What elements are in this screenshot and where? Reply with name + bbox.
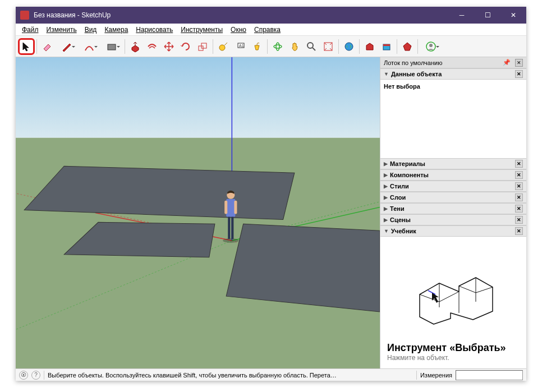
svg-rect-0 (108, 44, 116, 50)
menu-file[interactable]: Файл (18, 25, 43, 35)
instructor-title: Инструмент «Выбрать» (387, 342, 506, 354)
user-account-tool[interactable] (420, 38, 442, 55)
scale-tool[interactable] (194, 38, 211, 55)
panel-shadows[interactable]: ▶Тени✕ (380, 203, 526, 214)
pan-tool[interactable] (286, 38, 303, 55)
instructor-illustration (408, 264, 498, 331)
orbit-tool[interactable] (269, 38, 286, 55)
text-tool[interactable]: A1 (232, 38, 249, 55)
zoom-tool[interactable] (303, 38, 320, 55)
close-button[interactable]: ✕ (500, 7, 526, 24)
geolocation-icon[interactable]: ⦿ (19, 371, 28, 380)
panel-close-button[interactable]: ✕ (515, 70, 523, 78)
svg-point-8 (307, 43, 313, 48)
panel-components[interactable]: ▶Компоненты✕ (380, 169, 526, 181)
svg-rect-30 (226, 199, 235, 217)
menu-edit[interactable]: Изменить (43, 25, 81, 35)
viewport-3d[interactable] (16, 57, 380, 368)
measurements-input[interactable] (456, 370, 523, 380)
svg-marker-34 (420, 278, 493, 324)
panel-close-button[interactable]: ✕ (515, 193, 523, 201)
toolbar: A1 (16, 36, 526, 57)
app-icon (20, 11, 29, 20)
panel-close-button[interactable]: ✕ (515, 182, 523, 190)
svg-text:A1: A1 (239, 44, 244, 48)
pencil-tool[interactable] (56, 38, 78, 55)
svg-point-3 (219, 45, 225, 50)
ruby-console-tool[interactable] (399, 38, 416, 55)
panel-close-button[interactable]: ✕ (515, 216, 523, 224)
svg-rect-15 (16, 57, 380, 138)
tray-title: Лоток по умолчанию (384, 59, 442, 66)
arc-tool[interactable] (78, 38, 100, 55)
svg-rect-31 (224, 201, 227, 214)
status-message: Выберите объекты. Воспользуйтесь клавише… (48, 372, 413, 379)
menu-tools[interactable]: Инструменты (177, 25, 227, 35)
select-tool[interactable] (18, 38, 35, 55)
menu-help[interactable]: Справка (250, 25, 284, 35)
tray-header: Лоток по умолчанию 📌 ✕ (380, 57, 526, 68)
menu-view[interactable]: Вид (81, 25, 101, 35)
svg-marker-24 (24, 166, 295, 219)
svg-rect-29 (231, 215, 233, 239)
warehouse-tool[interactable] (361, 38, 378, 55)
panel-styles[interactable]: ▶Стили✕ (380, 181, 526, 192)
menu-window[interactable]: Окно (227, 25, 250, 35)
credits-icon[interactable]: ? (31, 371, 40, 380)
offset-tool[interactable] (144, 38, 160, 55)
svg-rect-28 (228, 215, 230, 239)
svg-point-6 (274, 45, 282, 48)
statusbar: ⦿ ? Выберите объекты. Воспользуйтесь кла… (16, 368, 526, 381)
svg-rect-12 (383, 44, 390, 46)
tray-close-button[interactable]: ✕ (515, 59, 523, 67)
tape-measure-tool[interactable] (215, 38, 232, 55)
default-tray: Лоток по умолчанию 📌 ✕ ▼Данные объекта✕ … (380, 57, 526, 368)
svg-marker-26 (226, 224, 380, 312)
svg-rect-32 (234, 201, 237, 214)
eraser-tool[interactable] (39, 38, 56, 55)
svg-point-14 (429, 44, 433, 47)
panel-instructor[interactable]: ▼Учебник✕ (380, 225, 526, 237)
instructor-body: Инструмент «Выбрать» Нажмите на объект. (380, 237, 526, 368)
svg-point-7 (276, 43, 279, 50)
panel-scenes[interactable]: ▶Сцены✕ (380, 214, 526, 225)
entity-info-body: Нет выбора (380, 80, 526, 158)
svg-point-27 (223, 238, 238, 243)
panel-close-button[interactable]: ✕ (515, 160, 523, 168)
extension-warehouse-tool[interactable] (378, 38, 395, 55)
paint-bucket-tool[interactable] (249, 38, 265, 55)
panel-materials[interactable]: ▶Материалы✕ (380, 158, 526, 169)
panel-entity-info[interactable]: ▼Данные объекта✕ (380, 68, 526, 80)
menu-camera[interactable]: Камера (100, 25, 132, 35)
panel-close-button[interactable]: ✕ (515, 227, 523, 235)
maximize-button[interactable]: ☐ (475, 7, 500, 24)
zoom-extents-tool[interactable] (320, 38, 337, 55)
titlebar: Без названия - SketchUp ─ ☐ ✕ (16, 7, 526, 24)
menu-draw[interactable]: Нарисовать (132, 25, 177, 35)
panel-close-button[interactable]: ✕ (515, 205, 523, 213)
panel-close-button[interactable]: ✕ (515, 171, 523, 179)
rotate-tool[interactable] (177, 38, 194, 55)
minimize-button[interactable]: ─ (449, 7, 475, 24)
menubar: Файл Изменить Вид Камера Нарисовать Инст… (16, 24, 526, 36)
svg-point-10 (345, 43, 353, 50)
move-tool[interactable] (160, 38, 177, 55)
instructor-subtitle: Нажмите на объект. (387, 354, 449, 362)
add-location-tool[interactable] (341, 38, 357, 55)
pushpull-tool[interactable] (127, 38, 144, 55)
rectangle-tool[interactable] (100, 38, 123, 55)
measurements-label: Измерения (420, 372, 452, 379)
window-title: Без названия - SketchUp (34, 11, 449, 19)
panel-layers[interactable]: ▶Слои✕ (380, 192, 526, 203)
tray-pin-icon[interactable]: 📌 (500, 59, 513, 66)
